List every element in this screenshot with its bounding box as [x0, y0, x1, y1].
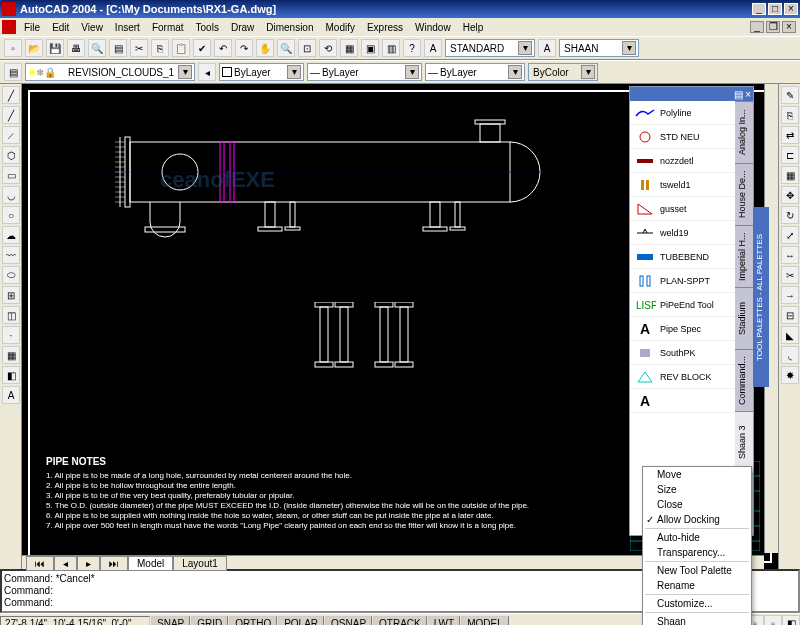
rect-button[interactable]: ▭: [2, 166, 20, 184]
menu-modify[interactable]: Modify: [320, 20, 361, 35]
point-button[interactable]: ·: [2, 326, 20, 344]
dropdown-icon[interactable]: ▾: [518, 41, 532, 55]
dropdown-icon[interactable]: ▾: [581, 65, 595, 79]
dim-style-button[interactable]: A: [424, 39, 442, 57]
array-button[interactable]: ▦: [781, 166, 799, 184]
spline-button[interactable]: 〰: [2, 246, 20, 264]
cut-button[interactable]: ✂: [130, 39, 148, 57]
dropdown-icon[interactable]: ▾: [508, 65, 522, 79]
undo-button[interactable]: ↶: [214, 39, 232, 57]
minimize-button[interactable]: _: [752, 3, 766, 15]
menu-draw[interactable]: Draw: [225, 20, 260, 35]
trim-button[interactable]: ✂: [781, 266, 799, 284]
otrack-toggle[interactable]: OTRACK: [373, 616, 427, 626]
ellipse-button[interactable]: ⬭: [2, 266, 20, 284]
palette-item[interactable]: weld19: [630, 221, 735, 245]
palette-tab[interactable]: Command...: [735, 349, 753, 411]
mtext-button[interactable]: A: [2, 386, 20, 404]
block-button[interactable]: ◫: [2, 306, 20, 324]
dropdown-icon[interactable]: ▾: [405, 65, 419, 79]
paste-button[interactable]: 📋: [172, 39, 190, 57]
menu-format[interactable]: Format: [146, 20, 190, 35]
match-button[interactable]: ✔: [193, 39, 211, 57]
drawing-area[interactable]: ceanofEXE PIPE NOTES 1. All pipe is to b…: [22, 84, 778, 569]
zoom-prev-button[interactable]: ⟲: [319, 39, 337, 57]
xline-button[interactable]: ╱: [2, 106, 20, 124]
palette-tab[interactable]: Stadium: [735, 287, 753, 349]
palette-item[interactable]: REV BLOCK: [630, 365, 735, 389]
mirror-button[interactable]: ⇄: [781, 126, 799, 144]
palette-item[interactable]: STD NEU: [630, 125, 735, 149]
palette-item[interactable]: APipe Spec: [630, 317, 735, 341]
model-tab[interactable]: Model: [128, 556, 173, 571]
tab-nav-button[interactable]: ◂: [54, 556, 77, 571]
pline-button[interactable]: ⟋: [2, 126, 20, 144]
menu-view[interactable]: View: [75, 20, 109, 35]
layer-combo[interactable]: ✷❄🔒 REVISION_CLOUDS_1▾: [25, 63, 195, 81]
close-button[interactable]: ×: [784, 3, 798, 15]
dropdown-icon[interactable]: ▾: [178, 65, 192, 79]
palette-item[interactable]: PLAN-SPPT: [630, 269, 735, 293]
polar-toggle[interactable]: POLAR: [278, 616, 324, 626]
palette-close-icon[interactable]: ×: [745, 89, 751, 100]
palette-tab[interactable]: Analog In...: [735, 101, 753, 163]
menu-window[interactable]: Window: [409, 20, 457, 35]
move-button[interactable]: ✥: [781, 186, 799, 204]
palette-tab[interactable]: House De...: [735, 163, 753, 225]
zoom-window-button[interactable]: ⊡: [298, 39, 316, 57]
ctx-transparency[interactable]: Transparency...: [643, 545, 751, 560]
menu-dimension[interactable]: Dimension: [260, 20, 319, 35]
revcloud-button[interactable]: ☁: [2, 226, 20, 244]
menu-file[interactable]: File: [18, 20, 46, 35]
plotstyle-combo[interactable]: ByColor▾: [528, 63, 598, 81]
preview-button[interactable]: 🔍: [88, 39, 106, 57]
rotate-button[interactable]: ↻: [781, 206, 799, 224]
ctx-shaan[interactable]: Shaan: [643, 614, 751, 625]
layer-manager-button[interactable]: ▤: [4, 63, 22, 81]
copy-button[interactable]: ⎘: [151, 39, 169, 57]
snap-toggle[interactable]: SNAP: [151, 616, 190, 626]
status-icon[interactable]: ◧: [782, 615, 800, 626]
palette-item[interactable]: tsweld1: [630, 173, 735, 197]
menu-help[interactable]: Help: [457, 20, 490, 35]
circle-button[interactable]: ○: [2, 206, 20, 224]
offset-button[interactable]: ⊏: [781, 146, 799, 164]
lineweight-combo[interactable]: —ByLayer▾: [425, 63, 525, 81]
palette-tab[interactable]: Shaan 3: [735, 411, 753, 473]
palette-item[interactable]: A: [630, 389, 735, 413]
ortho-toggle[interactable]: ORTHO: [229, 616, 277, 626]
color-combo[interactable]: ByLayer▾: [219, 63, 304, 81]
copy-obj-button[interactable]: ⎘: [781, 106, 799, 124]
properties-button[interactable]: ▦: [340, 39, 358, 57]
ctx-customize[interactable]: Customize...: [643, 596, 751, 611]
stretch-button[interactable]: ↔: [781, 246, 799, 264]
new-button[interactable]: ▫: [4, 39, 22, 57]
style-combo[interactable]: STANDARD▾: [445, 39, 535, 57]
zoom-button[interactable]: 🔍: [277, 39, 295, 57]
ctx-move[interactable]: Move: [643, 467, 751, 482]
dcenter-button[interactable]: ▣: [361, 39, 379, 57]
line-button[interactable]: ╱: [2, 86, 20, 104]
maximize-button[interactable]: □: [768, 3, 782, 15]
grid-toggle[interactable]: GRID: [191, 616, 228, 626]
ctx-autohide[interactable]: Auto-hide: [643, 530, 751, 545]
menu-express[interactable]: Express: [361, 20, 409, 35]
palette-tab[interactable]: Imperial H...: [735, 225, 753, 287]
menu-tools[interactable]: Tools: [190, 20, 225, 35]
palette-item[interactable]: SouthPK: [630, 341, 735, 365]
tab-nav-button[interactable]: ⏭: [100, 556, 128, 571]
erase-button[interactable]: ✎: [781, 86, 799, 104]
tpalette-button[interactable]: ▥: [382, 39, 400, 57]
ctx-size[interactable]: Size: [643, 482, 751, 497]
ctx-close[interactable]: Close: [643, 497, 751, 512]
linetype-combo[interactable]: —ByLayer▾: [307, 63, 422, 81]
layout-tab[interactable]: Layout1: [173, 556, 227, 571]
layer-prev-button[interactable]: ◂: [198, 63, 216, 81]
text-style-button[interactable]: A: [538, 39, 556, 57]
palette-title[interactable]: TOOL PALETTES - ALL PALETTES: [753, 207, 769, 387]
palette-item[interactable]: gusset: [630, 197, 735, 221]
menu-insert[interactable]: Insert: [109, 20, 146, 35]
redo-button[interactable]: ↷: [235, 39, 253, 57]
palette-item[interactable]: Polyline: [630, 101, 735, 125]
model-toggle[interactable]: MODEL: [461, 616, 509, 626]
